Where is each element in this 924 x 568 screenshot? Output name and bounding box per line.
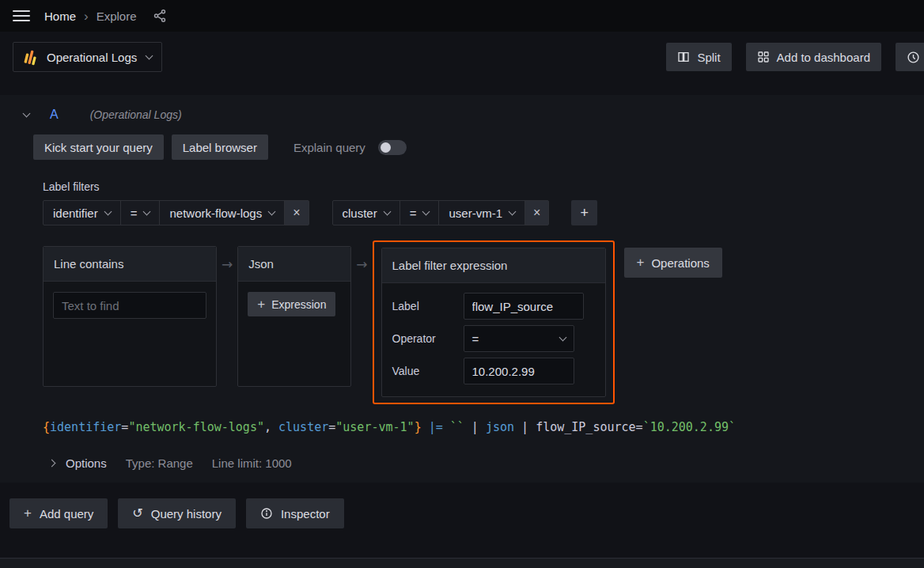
operation-label-filter-expression: Label filter expression Label Operator = — [381, 248, 606, 397]
chevron-down-icon — [143, 207, 151, 215]
breadcrumb-separator-icon: › — [84, 9, 89, 23]
toolbar-actions: Split Add to dashboard — [666, 43, 911, 71]
breadcrumb-current: Explore — [97, 9, 137, 23]
operations-row: Line contains → Json + Expression → — [43, 246, 911, 404]
chevron-down-icon — [146, 51, 153, 59]
plus-icon: + — [24, 506, 32, 521]
explore-toolbar: Operational Logs Split Add to dashboard — [0, 32, 924, 82]
chevron-down-icon — [422, 207, 430, 215]
lfe-value-name: Value — [392, 365, 464, 377]
line-contains-input[interactable] — [53, 292, 206, 319]
query-editor-panel: A (Operational Logs) Kick start your que… — [0, 95, 924, 483]
add-operations-button[interactable]: + Operations — [624, 248, 722, 278]
label-filters-title: Label filters — [43, 180, 911, 193]
split-label: Split — [697, 51, 720, 64]
query-row-header: A (Operational Logs) — [13, 101, 911, 128]
share-icon[interactable] — [153, 9, 167, 23]
query-history-button[interactable]: ↺ Query history — [118, 498, 236, 528]
pipeline-arrow-icon: → — [222, 256, 233, 272]
remove-filter-button[interactable]: × — [284, 200, 309, 225]
lfe-value-input[interactable] — [464, 358, 574, 384]
chevron-down-icon — [559, 333, 566, 341]
filter-operator-select[interactable]: = — [120, 200, 161, 225]
options-type: Type: Range — [126, 456, 193, 470]
chevron-right-icon — [48, 460, 56, 468]
kick-start-button[interactable]: Kick start your query — [33, 134, 164, 160]
info-icon — [260, 507, 273, 520]
highlight-outline: Label filter expression Label Operator = — [373, 240, 615, 404]
breadcrumb: Home › Explore — [44, 9, 137, 23]
collapse-query-icon[interactable] — [21, 111, 32, 119]
plus-icon: + — [257, 297, 265, 312]
chevron-down-icon — [509, 207, 517, 215]
add-to-dashboard-label: Add to dashboard — [777, 51, 870, 64]
next-panel-edge — [0, 558, 924, 568]
explain-query-toggle[interactable] — [378, 140, 407, 155]
filter-label-select[interactable]: cluster — [332, 200, 400, 225]
label-filter: cluster = user-vm-1 × — [332, 200, 550, 225]
explore-footer: + Add query ↺ Query history Inspector — [9, 498, 915, 528]
raw-query-preview: {identifier="network-flow-logs", cluster… — [43, 420, 911, 434]
query-options-row: Options Type: Range Line limit: 1000 — [43, 456, 911, 470]
lfe-label-input[interactable] — [464, 293, 584, 320]
clock-icon — [907, 51, 920, 64]
history-icon: ↺ — [132, 507, 142, 520]
time-range-button[interactable] — [896, 43, 924, 71]
label-browser-button[interactable]: Label browser — [172, 134, 268, 160]
query-toolbar: Kick start your query Label browser Expl… — [33, 134, 911, 160]
operation-json: Json + Expression — [237, 246, 351, 387]
query-datasource-hint: (Operational Logs) — [90, 108, 182, 121]
filter-value-select[interactable]: user-vm-1 — [438, 200, 525, 225]
datasource-logo-icon — [23, 48, 39, 66]
add-expression-button[interactable]: + Expression — [248, 292, 335, 316]
datasource-name: Operational Logs — [47, 51, 137, 64]
label-filter: identifier = network-flow-logs × — [43, 200, 309, 225]
query-ref-id: A — [50, 108, 59, 122]
operation-title: Json — [238, 247, 350, 282]
split-button[interactable]: Split — [666, 43, 731, 71]
add-to-dashboard-button[interactable]: Add to dashboard — [746, 43, 881, 71]
label-filters-row: identifier = network-flow-logs × cluster — [43, 200, 911, 225]
remove-filter-button[interactable]: × — [524, 200, 549, 225]
plus-icon: + — [637, 255, 645, 271]
filter-value-select[interactable]: network-flow-logs — [159, 200, 285, 225]
query-builder: Label filters identifier = network-flow-… — [43, 180, 911, 470]
top-nav: Home › Explore — [0, 0, 924, 32]
breadcrumb-home[interactable]: Home — [44, 9, 76, 23]
add-label-filter-button[interactable]: + — [571, 200, 597, 225]
operation-title: Line contains — [44, 247, 216, 282]
options-line-limit: Line limit: 1000 — [212, 456, 292, 470]
lfe-operator-name: Operator — [392, 332, 464, 345]
datasource-picker[interactable]: Operational Logs — [13, 42, 162, 72]
chevron-down-icon — [383, 207, 391, 215]
filter-label-select[interactable]: identifier — [43, 200, 121, 225]
filter-operator-select[interactable]: = — [400, 200, 440, 225]
add-query-button[interactable]: + Add query — [9, 498, 108, 528]
lfe-operator-select[interactable]: = — [464, 325, 574, 352]
options-toggle[interactable]: Options — [43, 456, 107, 470]
operation-line-contains: Line contains — [43, 246, 217, 387]
inspector-button[interactable]: Inspector — [246, 498, 344, 528]
lfe-label-name: Label — [392, 300, 464, 312]
grid-icon — [757, 51, 770, 63]
operation-title: Label filter expression — [382, 248, 605, 283]
chevron-down-icon — [104, 207, 112, 215]
pipeline-arrow-icon: → — [356, 256, 367, 272]
menu-icon[interactable] — [13, 10, 30, 21]
chevron-down-icon — [268, 207, 276, 215]
split-icon — [677, 51, 690, 63]
explain-query-label: Explain query — [293, 141, 365, 154]
